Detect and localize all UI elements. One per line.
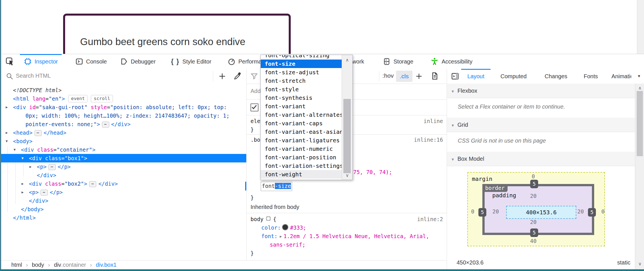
autocomplete-item[interactable]: font-variant-alternates [261,111,342,119]
search-html-input[interactable]: Search HTML [16,73,51,79]
scroll-down-icon[interactable]: ∨ [342,173,352,178]
markup-node[interactable]: ▼<body> [1,137,246,145]
add-rule-icon[interactable] [415,72,423,80]
autocomplete-item[interactable]: font-variant-ligatures [261,136,342,145]
padding-bottom-value[interactable]: 20 [528,219,539,225]
color-swatch[interactable] [282,224,288,230]
autocomplete-item[interactable]: font-variant-numeric [261,145,342,153]
padding-right-value[interactable]: 20 [575,208,586,215]
scroll-up-icon[interactable]: ∧ [342,57,352,63]
inline-text-ellipsis[interactable]: ⋯ [89,181,96,187]
markup-node[interactable]: </div> [1,171,246,179]
expand-arrow-icon[interactable]: ▼ [14,145,16,154]
border-top-value[interactable]: 5 [530,180,538,188]
margin-bottom-value[interactable]: 40 [528,238,539,244]
autocomplete-item[interactable]: font-variant-east-asian [261,128,342,136]
scrollbar-thumb[interactable] [637,91,643,156]
inline-text-ellipsis[interactable]: ⋯ [40,190,48,196]
markup-node[interactable]: ▼<div class="container"> [1,145,246,154]
filter-styles-icon[interactable] [250,72,258,81]
markup-node[interactable]: ▶<div class="box2">⋯</div> [1,179,246,188]
margin-top-value[interactable]: 0 [528,173,539,179]
eyedropper-icon[interactable] [233,72,242,81]
declaration-font[interactable]: font:▶1.2em / 1.5 Helvetica Neue, Helvet… [261,232,429,241]
autocomplete-item[interactable]: font-size-adjust [261,68,342,77]
rule-location[interactable]: inline [423,117,443,125]
margin-right-value[interactable]: 0 [599,208,607,215]
autocomplete-item[interactable]: font-optical-sizing [261,55,342,60]
autocomplete-item[interactable]: font-size [261,60,342,68]
declaration-color[interactable]: color:#333; [261,223,306,232]
inline-text-ellipsis[interactable]: ⋯ [102,122,109,128]
markup-node[interactable]: </body> [1,205,246,213]
collapse-arrow-icon[interactable]: ▶ [29,162,31,171]
autocomplete-item[interactable]: font-style [261,85,342,94]
sidebar-tab-fonts[interactable]: Fonts [584,69,598,84]
dock-sidebar-icon[interactable] [451,72,459,81]
markup-node[interactable]: ▶<head>⋯</head> [1,128,246,137]
grid-section-header[interactable]: ▼Grid [447,118,635,132]
sidebar-tab-layout[interactable]: Layout [467,69,484,84]
expand-value-icon[interactable]: ▶ [280,232,282,241]
boxmodel-content-box[interactable]: 400×153.6 [506,206,576,219]
border-left-value[interactable]: 5 [478,208,486,217]
class-checkbox[interactable] [251,103,258,111]
add-node-icon[interactable] [218,72,226,81]
markup-node[interactable]: pointer-events: none;">⋯</div> [1,120,246,128]
autocomplete-item[interactable]: font-variant-position [261,153,342,162]
scrollbar-thumb[interactable] [343,99,351,173]
autocomplete-item[interactable]: font-variant-caps [261,119,342,128]
expand-arrow-icon[interactable]: ▼ [22,154,23,162]
tab-inspector[interactable]: Inspector [24,54,58,69]
scroll-badge[interactable]: scroll [91,95,113,102]
sidebar-tab-computed[interactable]: Computed [500,69,527,84]
collapse-arrow-icon[interactable]: ▶ [22,188,23,196]
inline-text-ellipsis[interactable]: ⋯ [48,164,55,170]
padding-left-value[interactable]: 20 [490,208,501,215]
rule-location[interactable]: inline:16 [414,136,443,144]
print-simulation-icon[interactable] [431,72,439,80]
tab-console[interactable]: Console [75,54,107,69]
markup-node[interactable]: </html> [1,213,246,222]
markup-node[interactable]: </div> [1,196,246,205]
all-tabs-chevron-icon[interactable]: ▼ [637,74,641,78]
autocomplete-item[interactable]: font-variant [261,102,342,111]
breadcrumb-item[interactable]: div.box1 [96,262,117,268]
tab-debugger[interactable]: Debugger [120,54,156,69]
class-panel-toggle[interactable]: .cls [396,71,412,82]
markup-node[interactable]: ▶<p>⋯</p> [1,162,246,171]
sidebar-tab-changes[interactable]: Changes [545,69,567,84]
tab-accessibility[interactable]: Accessibility [430,54,472,69]
page-scrollbar[interactable] [637,0,644,54]
collapse-arrow-icon[interactable]: ▶ [6,128,8,137]
property-name-editor[interactable]: font-size [261,182,292,191]
autocomplete-item[interactable]: font-variation-settings [261,162,342,170]
flexbox-section-header[interactable]: ▼Flexbox [447,84,635,98]
breadcrumb-item[interactable]: div.container [54,262,86,268]
element-target-icon[interactable] [265,215,271,224]
scroll-up-icon[interactable]: ∧ [635,85,644,91]
margin-left-value[interactable]: 0 [468,208,477,215]
markup-node[interactable]: 0px; width: 100%; height…100%; z-index: … [1,111,246,120]
markup-node[interactable]: ▶<p>⋯</p> [1,188,246,196]
node-picker-icon[interactable] [5,57,15,66]
markup-node[interactable]: ▶<div id="saka-gui-root" style="position… [1,103,246,111]
breadcrumb-item[interactable]: body [32,262,44,268]
breadcrumb-item[interactable]: html [11,262,22,268]
pseudo-class-toggle[interactable]: :hov [382,72,394,79]
inline-text-ellipsis[interactable]: ⋯ [35,130,42,136]
rule-location[interactable]: inline:2 [417,215,443,223]
autocomplete-item[interactable]: font-stretch [261,77,342,85]
collapse-arrow-icon[interactable]: ▶ [6,103,8,111]
sidebar-scrollbar[interactable]: ∧ ∨ [635,84,644,269]
markup-node[interactable]: <html lang="en">eventscroll [1,94,246,103]
autocomplete-item[interactable]: font-weight [261,170,342,179]
expand-arrow-icon[interactable]: ▼ [6,137,8,145]
markup-node-selected[interactable]: ▼<div class="box1"> [1,154,246,162]
sidebar-tab-animations[interactable]: Animations [611,69,631,84]
border-right-value[interactable]: 5 [588,208,596,217]
scroll-down-icon[interactable]: ∨ [635,261,644,266]
collapse-arrow-icon[interactable]: ▶ [22,179,23,188]
autocomplete-scrollbar[interactable]: ∧ ∨ [342,55,352,180]
markup-node[interactable]: <!DOCTYPE html> [1,86,246,94]
